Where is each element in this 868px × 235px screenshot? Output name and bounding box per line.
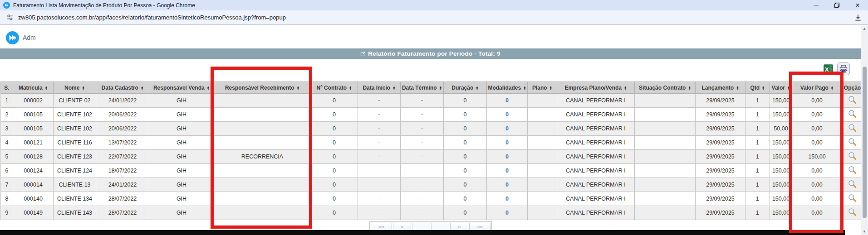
column-header-n-contrato[interactable]: Nº Contrato▲▼ (311, 82, 358, 94)
sort-icon[interactable]: ▲▼ (82, 86, 84, 90)
scroll-up-icon[interactable]: ▲ (863, 26, 866, 32)
cell-empresa-plano-venda: CANAL PERFORMAR I (557, 108, 635, 122)
sort-icon[interactable]: ▲▼ (787, 86, 790, 90)
cell-modalidades[interactable]: 0 (487, 136, 528, 150)
cell-modalidades[interactable]: 0 (487, 206, 528, 220)
print-button[interactable] (837, 62, 850, 75)
detail-magnifier-button[interactable] (842, 94, 863, 108)
detail-magnifier-button[interactable] (842, 206, 863, 220)
cell-duracao: 0 (444, 178, 487, 192)
sort-icon[interactable]: ▲▼ (476, 86, 478, 90)
cell-modalidades[interactable]: 0 (487, 178, 528, 192)
sort-icon[interactable]: ▲▼ (549, 86, 552, 90)
column-header-responsavel-venda[interactable]: Responsável Venda▲▼ (149, 82, 214, 94)
detail-magnifier-button[interactable] (842, 108, 863, 122)
sort-icon[interactable]: ▲▼ (45, 86, 48, 90)
scroll-down-icon[interactable]: ▼ (863, 229, 866, 235)
column-header-data-inicio[interactable]: Data Início▲▼ (358, 82, 401, 94)
pagination-prev-button[interactable]: « (393, 223, 411, 230)
site-settings-icon[interactable] (6, 14, 14, 21)
detail-magnifier-button[interactable] (842, 150, 863, 164)
sort-icon[interactable]: ▲▼ (392, 86, 395, 90)
cell-n-contrato: 0 (311, 136, 358, 150)
cell-empresa-plano-venda: CANAL PERFORMAR I (557, 136, 635, 150)
magnifier-icon (848, 152, 857, 160)
column-header-data-cadastro[interactable]: Data Cadastro▲▼ (96, 82, 149, 94)
sort-icon[interactable]: ▲▼ (736, 86, 739, 90)
column-header-label: Lançamento (701, 85, 734, 91)
scrollbar-thumb[interactable] (863, 67, 867, 218)
restore-button[interactable] (826, 0, 847, 10)
cell-plano (528, 178, 557, 192)
sort-icon[interactable]: ▲▼ (831, 86, 834, 90)
table-row: 1000002CLIENTE 0224/01/2022GIH0--00CANAL… (1, 94, 863, 108)
close-button[interactable]: × (847, 0, 868, 10)
download-icon[interactable] (854, 14, 862, 22)
cell-nome: CLIENTE 123 (54, 150, 96, 164)
sort-icon[interactable]: ▲▼ (688, 86, 691, 90)
table-row: 6000124CLIENTE 12418/07/2022GIH0--00CANA… (1, 164, 863, 178)
column-header-valor-pago[interactable]: Valor Pago▲▼ (792, 82, 842, 94)
column-header-situacao-contrato[interactable]: Situação Contrato▲▼ (635, 82, 696, 94)
cell-modalidades[interactable]: 0 (487, 122, 528, 136)
minimize-button[interactable] (805, 0, 826, 10)
cell-responsavel-recebimento: RECORRENCIA (214, 150, 311, 164)
sort-icon[interactable]: ▲▼ (141, 86, 143, 90)
cell-modalidades[interactable]: 0 (487, 108, 528, 122)
cell-n-contrato: 0 (311, 164, 358, 178)
sort-icon[interactable]: ▲▼ (207, 86, 210, 90)
cell-modalidades[interactable]: 0 (487, 94, 528, 108)
column-header-matricula[interactable]: Matrícula▲▼ (13, 82, 54, 94)
detail-magnifier-button[interactable] (842, 178, 863, 192)
cell-nome: CLIENTE 124 (54, 164, 96, 178)
column-header-qtd[interactable]: Qtd▲▼ (745, 82, 770, 94)
cell-situacao-contrato (635, 122, 696, 136)
cell-modalidades[interactable]: 0 (487, 192, 528, 206)
cell-n-contrato: 0 (311, 122, 358, 136)
detail-magnifier-button[interactable] (842, 192, 863, 206)
sort-icon[interactable]: ▲▼ (762, 86, 765, 90)
popup-window-icon[interactable] (360, 51, 366, 57)
column-header-duracao[interactable]: Duração▲▼ (444, 82, 487, 94)
detail-magnifier-button[interactable] (842, 136, 863, 150)
pagination-page-box[interactable] (412, 223, 430, 230)
column-header-empresa-plano-venda[interactable]: Empresa Plano/Venda▲▼ (557, 82, 635, 94)
column-header-nome[interactable]: Nome▲▼ (54, 82, 96, 94)
cell-modalidades[interactable]: 0 (487, 164, 528, 178)
cell-s: 9 (1, 206, 13, 220)
column-header-valor[interactable]: Valor▲▼ (770, 82, 792, 94)
cell-s: 4 (1, 136, 13, 150)
cell-nome: CLIENTE 134 (54, 192, 96, 206)
column-header-lancamento[interactable]: Lançamento▲▼ (696, 82, 745, 94)
detail-magnifier-button[interactable] (842, 122, 863, 136)
cell-data-cadastro: 13/07/2022 (96, 136, 149, 150)
column-header-plano[interactable]: Plano▲▼ (528, 82, 557, 94)
detail-magnifier-button[interactable] (842, 164, 863, 178)
sort-icon[interactable]: ▲▼ (439, 86, 442, 90)
faturamento-table: S.Matrícula▲▼Nome▲▼Data Cadastro▲▼Respon… (0, 82, 863, 220)
sort-icon[interactable]: ▲▼ (297, 86, 299, 90)
cell-qtd: 1 (745, 164, 770, 178)
cell-matricula: 000105 (13, 122, 54, 136)
sort-icon[interactable]: ▲▼ (349, 86, 352, 90)
export-excel-button[interactable]: X (823, 64, 834, 74)
vertical-scrollbar[interactable]: ▲ ▼ (861, 26, 868, 235)
sort-icon[interactable]: ▲▼ (523, 86, 526, 90)
url-field[interactable]: zw805.pactosolucoes.com.br/app/faces/rel… (18, 14, 854, 21)
column-header-data-termino[interactable]: Data Término▲▼ (401, 82, 444, 94)
cell-plano (528, 122, 557, 136)
cell-valor-pago: 0,00 (792, 178, 842, 192)
pagination-last-button[interactable]: »» (469, 223, 490, 230)
pagination-page-input[interactable] (431, 223, 449, 230)
page-content: Adm Relatório Faturamento por Período - … (0, 26, 861, 235)
pagination-next-button[interactable]: » (450, 223, 468, 230)
cell-qtd: 1 (745, 206, 770, 220)
cell-modalidades[interactable]: 0 (487, 150, 528, 164)
pagination-first-button[interactable]: «« (371, 223, 392, 230)
column-header-modalidades[interactable]: Modalidades▲▼ (487, 82, 528, 94)
sort-icon[interactable]: ▲▼ (624, 86, 627, 90)
cell-valor: 50,00 (770, 122, 792, 136)
cell-valor-pago: 0,00 (792, 192, 842, 206)
app-favicon-icon (3, 2, 10, 9)
column-header-responsavel-recebimento[interactable]: Responsável Recebimento▲▼ (214, 82, 311, 94)
